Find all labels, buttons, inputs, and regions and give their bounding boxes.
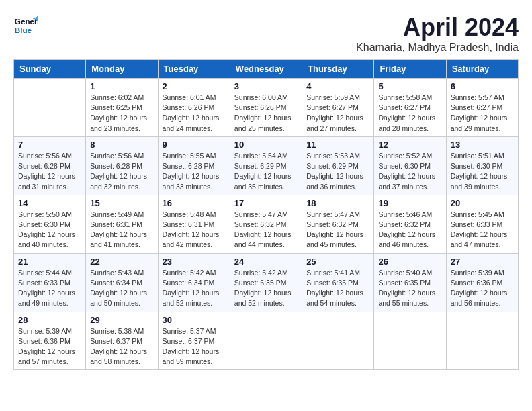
calendar-week-row: 1Sunrise: 6:02 AMSunset: 6:25 PMDaylight… xyxy=(14,79,519,137)
calendar-day-cell xyxy=(446,312,518,370)
calendar-day-cell: 6Sunrise: 5:57 AMSunset: 6:27 PMDaylight… xyxy=(446,79,518,137)
day-info: Sunrise: 5:40 AMSunset: 6:35 PMDaylight:… xyxy=(378,268,441,309)
calendar-day-cell xyxy=(302,312,374,370)
day-number: 9 xyxy=(163,140,226,150)
day-number: 10 xyxy=(234,140,298,150)
calendar-day-cell: 9Sunrise: 5:55 AMSunset: 6:28 PMDaylight… xyxy=(158,136,230,195)
calendar-day-cell xyxy=(374,312,446,370)
day-number: 18 xyxy=(306,198,369,208)
calendar-day-cell: 1Sunrise: 6:02 AMSunset: 6:25 PMDaylight… xyxy=(86,79,158,137)
day-info: Sunrise: 5:39 AMSunset: 6:36 PMDaylight:… xyxy=(18,326,81,367)
day-number: 11 xyxy=(306,140,369,150)
day-info: Sunrise: 5:54 AMSunset: 6:29 PMDaylight:… xyxy=(234,151,298,192)
day-number: 8 xyxy=(90,140,153,150)
day-number: 19 xyxy=(378,198,441,208)
day-info: Sunrise: 5:50 AMSunset: 6:30 PMDaylight:… xyxy=(18,210,81,250)
day-info: Sunrise: 5:37 AMSunset: 6:37 PMDaylight:… xyxy=(163,326,226,367)
day-info: Sunrise: 5:53 AMSunset: 6:29 PMDaylight:… xyxy=(306,151,369,192)
day-info: Sunrise: 5:49 AMSunset: 6:31 PMDaylight:… xyxy=(90,210,153,250)
day-number: 14 xyxy=(18,198,81,208)
day-number: 2 xyxy=(163,81,226,91)
page-header: General Blue April 2024 Khamaria, Madhya… xyxy=(13,13,519,54)
day-number: 25 xyxy=(306,257,369,267)
calendar-day-cell: 4Sunrise: 5:59 AMSunset: 6:27 PMDaylight… xyxy=(302,79,374,137)
day-number: 4 xyxy=(306,81,369,91)
calendar-day-cell xyxy=(230,312,302,370)
day-info: Sunrise: 5:55 AMSunset: 6:28 PMDaylight:… xyxy=(163,151,226,192)
calendar-day-cell: 29Sunrise: 5:38 AMSunset: 6:37 PMDayligh… xyxy=(86,312,158,370)
day-info: Sunrise: 6:00 AMSunset: 6:26 PMDaylight:… xyxy=(234,93,298,134)
day-info: Sunrise: 6:02 AMSunset: 6:25 PMDaylight:… xyxy=(90,93,153,134)
day-info: Sunrise: 5:56 AMSunset: 6:28 PMDaylight:… xyxy=(18,151,81,192)
weekday-header-cell: Sunday xyxy=(14,60,86,79)
calendar-day-cell: 23Sunrise: 5:42 AMSunset: 6:34 PMDayligh… xyxy=(158,253,230,312)
day-number: 20 xyxy=(451,198,514,208)
calendar-day-cell: 12Sunrise: 5:52 AMSunset: 6:30 PMDayligh… xyxy=(374,136,446,195)
calendar-table: SundayMondayTuesdayWednesdayThursdayFrid… xyxy=(13,59,519,370)
calendar-day-cell: 17Sunrise: 5:47 AMSunset: 6:32 PMDayligh… xyxy=(230,195,302,253)
weekday-header-row: SundayMondayTuesdayWednesdayThursdayFrid… xyxy=(14,60,519,79)
day-number: 22 xyxy=(90,257,153,267)
day-number: 26 xyxy=(378,257,441,267)
calendar-day-cell: 20Sunrise: 5:45 AMSunset: 6:33 PMDayligh… xyxy=(446,195,518,253)
day-number: 30 xyxy=(163,315,226,325)
day-number: 23 xyxy=(163,257,226,267)
calendar-week-row: 28Sunrise: 5:39 AMSunset: 6:36 PMDayligh… xyxy=(14,312,519,370)
day-info: Sunrise: 5:42 AMSunset: 6:34 PMDaylight:… xyxy=(163,268,226,309)
day-number: 28 xyxy=(18,315,81,325)
day-number: 13 xyxy=(451,140,514,150)
calendar-day-cell: 8Sunrise: 5:56 AMSunset: 6:28 PMDaylight… xyxy=(86,136,158,195)
day-info: Sunrise: 5:44 AMSunset: 6:33 PMDaylight:… xyxy=(18,268,81,309)
weekday-header-cell: Wednesday xyxy=(230,60,302,79)
weekday-header-cell: Tuesday xyxy=(158,60,230,79)
day-info: Sunrise: 5:56 AMSunset: 6:28 PMDaylight:… xyxy=(90,151,153,192)
day-info: Sunrise: 5:47 AMSunset: 6:32 PMDaylight:… xyxy=(234,210,298,250)
calendar-day-cell: 16Sunrise: 5:48 AMSunset: 6:31 PMDayligh… xyxy=(158,195,230,253)
calendar-day-cell: 30Sunrise: 5:37 AMSunset: 6:37 PMDayligh… xyxy=(158,312,230,370)
day-info: Sunrise: 5:57 AMSunset: 6:27 PMDaylight:… xyxy=(451,93,514,134)
day-number: 5 xyxy=(378,81,441,91)
day-number: 29 xyxy=(90,315,153,325)
calendar-day-cell: 25Sunrise: 5:41 AMSunset: 6:35 PMDayligh… xyxy=(302,253,374,312)
calendar-day-cell: 21Sunrise: 5:44 AMSunset: 6:33 PMDayligh… xyxy=(14,253,86,312)
calendar-week-row: 14Sunrise: 5:50 AMSunset: 6:30 PMDayligh… xyxy=(14,195,519,253)
calendar-day-cell: 18Sunrise: 5:47 AMSunset: 6:32 PMDayligh… xyxy=(302,195,374,253)
day-info: Sunrise: 5:39 AMSunset: 6:36 PMDaylight:… xyxy=(451,268,514,309)
calendar-day-cell: 2Sunrise: 6:01 AMSunset: 6:26 PMDaylight… xyxy=(158,79,230,137)
calendar-day-cell: 7Sunrise: 5:56 AMSunset: 6:28 PMDaylight… xyxy=(14,136,86,195)
day-info: Sunrise: 5:45 AMSunset: 6:33 PMDaylight:… xyxy=(451,210,514,250)
month-title: April 2024 xyxy=(356,13,519,42)
day-info: Sunrise: 5:51 AMSunset: 6:30 PMDaylight:… xyxy=(451,151,514,192)
day-number: 16 xyxy=(163,198,226,208)
calendar-week-row: 21Sunrise: 5:44 AMSunset: 6:33 PMDayligh… xyxy=(14,253,519,312)
calendar-day-cell: 13Sunrise: 5:51 AMSunset: 6:30 PMDayligh… xyxy=(446,136,518,195)
svg-text:General: General xyxy=(15,17,38,26)
day-info: Sunrise: 5:38 AMSunset: 6:37 PMDaylight:… xyxy=(90,326,153,367)
day-number: 3 xyxy=(234,81,298,91)
day-number: 21 xyxy=(18,257,81,267)
logo: General Blue xyxy=(13,13,38,38)
calendar-day-cell: 5Sunrise: 5:58 AMSunset: 6:27 PMDaylight… xyxy=(374,79,446,137)
calendar-day-cell: 3Sunrise: 6:00 AMSunset: 6:26 PMDaylight… xyxy=(230,79,302,137)
calendar-day-cell: 24Sunrise: 5:42 AMSunset: 6:35 PMDayligh… xyxy=(230,253,302,312)
location-title: Khamaria, Madhya Pradesh, India xyxy=(356,42,519,54)
day-info: Sunrise: 5:46 AMSunset: 6:32 PMDaylight:… xyxy=(378,210,441,250)
title-area: April 2024 Khamaria, Madhya Pradesh, Ind… xyxy=(356,13,519,54)
day-info: Sunrise: 5:48 AMSunset: 6:31 PMDaylight:… xyxy=(163,210,226,250)
day-info: Sunrise: 5:59 AMSunset: 6:27 PMDaylight:… xyxy=(306,93,369,134)
day-info: Sunrise: 5:58 AMSunset: 6:27 PMDaylight:… xyxy=(378,93,441,134)
weekday-header-cell: Friday xyxy=(374,60,446,79)
day-info: Sunrise: 5:41 AMSunset: 6:35 PMDaylight:… xyxy=(306,268,369,309)
calendar-day-cell: 19Sunrise: 5:46 AMSunset: 6:32 PMDayligh… xyxy=(374,195,446,253)
day-info: Sunrise: 6:01 AMSunset: 6:26 PMDaylight:… xyxy=(163,93,226,134)
logo-icon: General Blue xyxy=(13,13,38,38)
weekday-header-cell: Thursday xyxy=(302,60,374,79)
day-number: 6 xyxy=(451,81,514,91)
calendar-day-cell xyxy=(14,79,86,137)
svg-text:Blue: Blue xyxy=(15,26,32,34)
calendar-day-cell: 28Sunrise: 5:39 AMSunset: 6:36 PMDayligh… xyxy=(14,312,86,370)
calendar-day-cell: 11Sunrise: 5:53 AMSunset: 6:29 PMDayligh… xyxy=(302,136,374,195)
weekday-header-cell: Monday xyxy=(86,60,158,79)
day-number: 15 xyxy=(90,198,153,208)
calendar-day-cell: 10Sunrise: 5:54 AMSunset: 6:29 PMDayligh… xyxy=(230,136,302,195)
